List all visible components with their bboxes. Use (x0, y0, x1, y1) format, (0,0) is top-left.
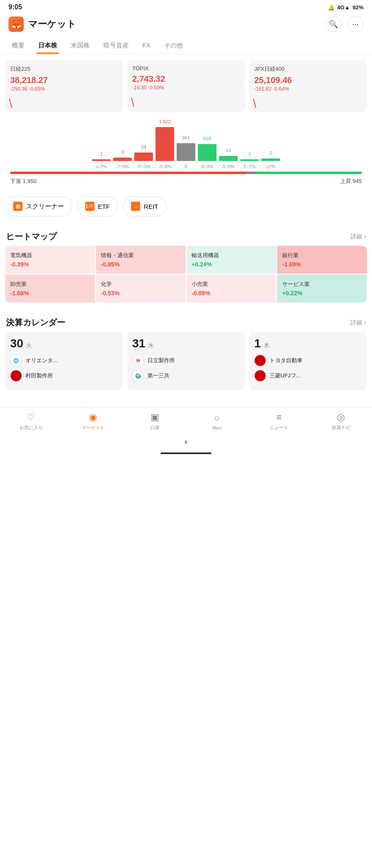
tab-fx[interactable]: FX (136, 37, 157, 54)
tab-overview[interactable]: 概要 (5, 37, 31, 54)
nav-icon: ▣ (150, 412, 159, 423)
heatmap-cell[interactable]: 情報・通信業-0.85% (96, 246, 186, 274)
calendar-card[interactable]: 30火🌐オリエンタ...M村田製作所 (5, 332, 123, 390)
calendar-item: 三三菱UFJフ... (254, 370, 362, 382)
app-logo: 🦊 (8, 17, 24, 32)
company-logo: 三 (254, 370, 266, 382)
company-name: トヨタ自動車 (269, 357, 303, 364)
index-change-jpx400: -161.82 -0.64% (254, 86, 362, 92)
nav-item-投資ナビ[interactable]: ◎投資ナビ (328, 412, 354, 431)
index-name-nikkei: 日経225 (10, 65, 118, 73)
heatmap-cell-name: 輸送用機器 (192, 252, 271, 259)
dist-bar-group: 24-5~3% (134, 144, 153, 169)
heatmap-cell-pct: -0.53% (101, 290, 180, 297)
heatmap-cell-name: 銀行業 (282, 252, 362, 259)
dist-bar-bot-label: ≥7% (266, 164, 275, 169)
calendar-title: 決算カレンダー (6, 317, 65, 328)
nav-item-Moo[interactable]: ○Moo (204, 413, 230, 430)
etf-label: ETF (98, 203, 110, 210)
heatmap-cell[interactable]: 輸送用機器+0.24% (186, 246, 276, 274)
heatmap-cell[interactable]: 卸売業-1.08% (5, 275, 95, 302)
nav-item-ニュース[interactable]: ≡ニュース (266, 412, 291, 431)
calendar-card[interactable]: 1木Tトヨタ自動車三三菱UFJフ... (249, 332, 367, 390)
tab-other[interactable]: その他 (157, 37, 190, 54)
heatmap-cell[interactable]: 化学-0.53% (96, 275, 186, 302)
calendar-cards: 30火🌐オリエンタ...M村田製作所31水H日立製作所🌍第一三共1木Tトヨタ自動… (0, 332, 372, 399)
index-card-topix[interactable]: TOPIX 2,743.32 -16.35 -0.59% (127, 60, 245, 112)
more-button[interactable]: ··· (347, 16, 364, 32)
heatmap-cell-pct: -0.89% (192, 290, 271, 297)
dist-bar-top-label: 1 (248, 151, 251, 158)
nav-item-マーケット[interactable]: ◉マーケット (80, 412, 105, 431)
calendar-more[interactable]: 詳細 › (350, 319, 366, 327)
dist-bar-top-label: 928 (203, 136, 211, 143)
nav-item-お気に入り[interactable]: ♡お気に入り (18, 412, 44, 431)
back-button[interactable]: ‹ (185, 437, 188, 446)
dist-bar-bot-label: -7~5% (116, 164, 129, 169)
dist-bar-top-label: 961 (182, 135, 190, 142)
dist-bar-bot-label: -5~3% (137, 164, 150, 169)
nav-icon: ◉ (89, 412, 97, 423)
fall-label: 下落 1,950 (10, 177, 36, 185)
nav-icon: ≡ (276, 412, 282, 423)
index-card-jpx400[interactable]: JPX日経400 25,109.46 -161.82 -0.64% (249, 60, 367, 112)
index-cards: 日経225 38,218.27 -250.36 -0.65% TOPIX 2,7… (0, 54, 372, 118)
dist-bar-group: 1≤-7% (92, 151, 111, 169)
heatmap-cell-name: サービス業 (282, 280, 362, 288)
heatmap-cell[interactable]: 電気機器-0.39% (5, 246, 95, 274)
index-name-topix: TOPIX (132, 65, 240, 72)
screener-label: スクリーナー (26, 202, 64, 211)
heatmap-cell[interactable]: サービス業+0.22% (277, 275, 367, 302)
tab-japan-stocks[interactable]: 日本株 (31, 37, 64, 54)
screener-button[interactable]: ▦ スクリーナー (5, 196, 72, 216)
dist-bar-rect (155, 127, 174, 161)
heatmap-cell-name: 電気機器 (10, 252, 90, 259)
bottom-nav: ♡お気に入り◉マーケット▣口座○Moo≡ニュース◎投資ナビ (0, 407, 372, 434)
search-button[interactable]: 🔍 (325, 16, 341, 32)
index-name-jpx400: JPX日経400 (254, 65, 362, 73)
rise-label: 上昇 945 (340, 177, 362, 185)
heatmap-cell-pct: -1.08% (10, 290, 90, 297)
dist-bar-bot-label: ≤-7% (96, 164, 107, 169)
status-left: 9:05 (8, 3, 22, 11)
reit-icon: ⌂ (131, 202, 140, 211)
reit-button[interactable]: ⌂ REIT (123, 196, 166, 216)
index-card-nikkei[interactable]: 日経225 38,218.27 -250.36 -0.65% (5, 60, 123, 112)
market-balance-bar (10, 172, 362, 174)
heatmap-cell-pct: -1.69% (282, 261, 362, 268)
dist-bar-rect (240, 159, 259, 161)
heatmap-cell-pct: -0.39% (10, 261, 90, 268)
index-chart-jpx400 (254, 95, 362, 108)
home-indicator (0, 449, 372, 456)
nav-label: お気に入り (19, 424, 43, 431)
company-name: 第一三共 (147, 372, 169, 380)
nav-label: マーケット (81, 424, 105, 431)
nav-label: ニュース (269, 424, 288, 431)
dist-bar-group: 1,922-3~0% (155, 119, 174, 169)
heatmap-cell-pct: +0.22% (282, 290, 362, 297)
calendar-day: 30 (10, 337, 23, 350)
calendar-day: 31 (132, 337, 145, 350)
etf-button[interactable]: ETF ETF (77, 196, 118, 216)
heatmap-grid: 電気機器-0.39%情報・通信業-0.85%輸送用機器+0.24%銀行業-1.6… (5, 246, 367, 302)
tab-crypto[interactable]: 暗号資産 (97, 37, 136, 54)
nav-item-口座[interactable]: ▣口座 (142, 412, 168, 431)
index-value-topix: 2,743.32 (132, 74, 240, 84)
nav-icon: ◎ (337, 412, 345, 423)
company-name: 三菱UFJフ... (269, 372, 301, 380)
calendar-card[interactable]: 31水H日立製作所🌍第一三共 (127, 332, 245, 390)
network-indicator: 🔔 (328, 4, 335, 11)
dist-bar-rect (113, 158, 132, 161)
calendar-weekday: 火 (26, 342, 32, 349)
heatmap-cell[interactable]: 銀行業-1.69% (277, 246, 367, 274)
nav-icon: ○ (214, 413, 219, 424)
heatmap-cell[interactable]: 小売業-0.89% (186, 275, 276, 302)
company-logo: M (10, 370, 22, 382)
heatmap-cell-name: 卸売業 (10, 280, 90, 288)
tab-us-stocks[interactable]: 米国株 (64, 37, 97, 54)
index-change-nikkei: -250.36 -0.65% (10, 86, 118, 92)
dist-bar-group: 3-7~5% (113, 150, 132, 169)
dist-bar-bot-label: 5~7% (244, 164, 255, 169)
heatmap-more[interactable]: 詳細 › (350, 233, 366, 241)
dist-bar-top-label: 2 (269, 150, 272, 157)
